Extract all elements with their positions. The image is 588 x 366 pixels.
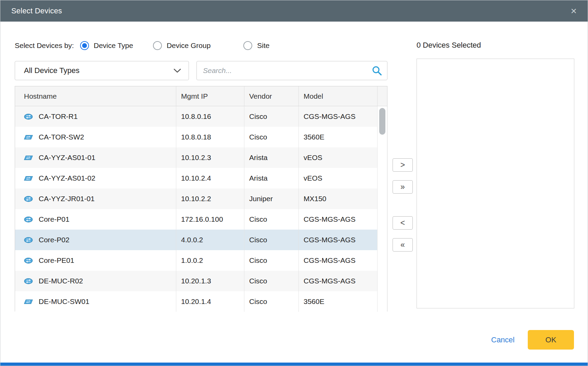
radio-label: Device Group bbox=[167, 41, 210, 50]
model-cell: vEOS bbox=[299, 168, 378, 188]
dialog-title: Select Devices bbox=[11, 7, 62, 15]
model-cell: CGS-MGS-AGS bbox=[299, 250, 378, 271]
model-cell: vEOS bbox=[299, 147, 378, 168]
radio-icon bbox=[80, 41, 89, 50]
move-all-right-button[interactable]: » bbox=[393, 180, 413, 194]
mgmt-ip-cell: 10.8.0.18 bbox=[176, 127, 244, 147]
radio-label: Device Type bbox=[94, 41, 133, 50]
radio-icon bbox=[153, 41, 162, 50]
radio-icon bbox=[243, 41, 252, 50]
mgmt-ip-cell: 10.10.2.4 bbox=[176, 168, 244, 188]
close-icon[interactable]: × bbox=[568, 0, 579, 22]
hostname-text: CA-TOR-R1 bbox=[39, 112, 78, 121]
ok-button[interactable]: OK bbox=[528, 330, 574, 350]
column-header-mgmt-ip: Mgmt IP bbox=[176, 86, 244, 106]
vendor-cell: Cisco bbox=[244, 209, 299, 230]
mgmt-ip-cell: 10.10.2.2 bbox=[176, 188, 244, 209]
select-devices-by-label: Select Devices by: bbox=[15, 41, 74, 50]
model-cell: 3560E bbox=[299, 127, 378, 147]
selected-devices-list bbox=[417, 59, 574, 308]
switch-icon bbox=[24, 299, 34, 304]
vendor-cell: Arista bbox=[244, 147, 299, 168]
mgmt-ip-cell: 10.20.1.4 bbox=[176, 291, 244, 312]
model-cell: MX150 bbox=[299, 188, 378, 209]
filter-row: Select Devices by: Device Type Device Gr… bbox=[15, 38, 270, 53]
table-scrollbar[interactable] bbox=[377, 106, 387, 311]
hostname-text: Core-P02 bbox=[39, 236, 69, 244]
table-row[interactable]: DE-MUC-SW01 10.20.1.4 Cisco 3560E bbox=[15, 291, 387, 312]
select-devices-dialog: Select Devices × Select Devices by: Devi… bbox=[0, 0, 588, 366]
hostname-text: DE-MUC-SW01 bbox=[39, 297, 89, 306]
hostname-cell: CA-YYZ-JR01-01 bbox=[15, 188, 176, 209]
radio-site[interactable]: Site bbox=[243, 41, 269, 50]
table-row[interactable]: CA-TOR-SW2 10.8.0.18 Cisco 3560E bbox=[15, 127, 387, 147]
router-icon bbox=[24, 237, 34, 243]
hostname-text: CA-YYZ-JR01-01 bbox=[39, 195, 94, 203]
hostname-cell: Core-P02 bbox=[15, 230, 176, 250]
table-row[interactable]: DE-MUC-R02 10.20.1.3 Cisco CGS-MGS-AGS bbox=[15, 271, 387, 291]
vendor-cell: Juniper bbox=[244, 188, 299, 209]
move-all-left-button[interactable]: « bbox=[393, 238, 413, 252]
model-cell: 3560E bbox=[299, 291, 378, 312]
chevron-down-icon bbox=[174, 69, 181, 73]
bottom-accent-bar bbox=[0, 363, 588, 366]
router-icon bbox=[24, 114, 34, 120]
switch-icon bbox=[24, 176, 34, 181]
model-cell: CGS-MGS-AGS bbox=[299, 106, 378, 127]
vendor-cell: Cisco bbox=[244, 271, 299, 291]
hostname-text: CA-YYZ-AS01-02 bbox=[39, 174, 95, 182]
search-input[interactable] bbox=[197, 61, 371, 80]
dialog-titlebar: Select Devices bbox=[0, 0, 588, 22]
hostname-cell: DE-MUC-R02 bbox=[15, 271, 176, 291]
device-type-select-value: All Device Types bbox=[24, 66, 79, 75]
vendor-cell: Cisco bbox=[244, 230, 299, 250]
scrollbar-thumb[interactable] bbox=[379, 108, 385, 135]
model-cell: CGS-MGS-AGS bbox=[299, 230, 378, 250]
move-right-button[interactable]: > bbox=[393, 158, 413, 172]
mgmt-ip-cell: 10.8.0.16 bbox=[176, 106, 244, 127]
table-row[interactable]: Core-P01 172.16.0.100 Cisco CGS-MGS-AGS bbox=[15, 209, 387, 230]
vendor-cell: Arista bbox=[244, 168, 299, 188]
hostname-cell: CA-TOR-SW2 bbox=[15, 127, 176, 147]
selected-count-label: 0 Devices Selected bbox=[417, 41, 481, 50]
device-table-header: Hostname Mgmt IP Vendor Model bbox=[15, 86, 387, 106]
search-icon[interactable] bbox=[371, 65, 382, 76]
mgmt-ip-cell: 10.20.1.3 bbox=[176, 271, 244, 291]
router-icon bbox=[24, 196, 34, 202]
mgmt-ip-cell: 1.0.0.2 bbox=[176, 250, 244, 271]
hostname-cell: CA-YYZ-AS01-01 bbox=[15, 147, 176, 168]
model-cell: CGS-MGS-AGS bbox=[299, 209, 378, 230]
hostname-text: CA-YYZ-AS01-01 bbox=[39, 154, 95, 162]
device-type-select[interactable]: All Device Types bbox=[15, 61, 189, 80]
mgmt-ip-cell: 10.10.2.3 bbox=[176, 147, 244, 168]
device-table: Hostname Mgmt IP Vendor Model bbox=[15, 86, 387, 312]
vendor-cell: Cisco bbox=[244, 127, 299, 147]
move-left-button[interactable]: < bbox=[393, 216, 413, 230]
column-header-vendor: Vendor bbox=[244, 86, 299, 106]
column-header-hostname: Hostname bbox=[15, 86, 176, 106]
radio-device-group[interactable]: Device Group bbox=[153, 41, 210, 50]
cancel-button[interactable]: Cancel bbox=[491, 336, 514, 344]
hostname-cell: CA-TOR-R1 bbox=[15, 106, 176, 127]
table-row[interactable]: Core-P02 4.0.0.2 Cisco CGS-MGS-AGS bbox=[15, 230, 387, 250]
mgmt-ip-cell: 4.0.0.2 bbox=[176, 230, 244, 250]
table-row[interactable]: CA-YYZ-AS01-01 10.10.2.3 Arista vEOS bbox=[15, 147, 387, 168]
hostname-text: Core-P01 bbox=[39, 215, 69, 223]
router-icon bbox=[24, 217, 34, 222]
radio-device-type[interactable]: Device Type bbox=[80, 41, 133, 50]
hostname-cell: Core-PE01 bbox=[15, 250, 176, 271]
table-row[interactable]: CA-YYZ-AS01-02 10.10.2.4 Arista vEOS bbox=[15, 168, 387, 188]
switch-icon bbox=[24, 135, 34, 140]
column-header-gutter bbox=[378, 86, 387, 106]
table-row[interactable]: Core-PE01 1.0.0.2 Cisco CGS-MGS-AGS bbox=[15, 250, 387, 271]
table-row[interactable]: CA-TOR-R1 10.8.0.16 Cisco CGS-MGS-AGS bbox=[15, 106, 387, 127]
device-table-body: CA-TOR-R1 10.8.0.16 Cisco CGS-MGS-AGS bbox=[15, 106, 387, 312]
search-box bbox=[196, 61, 387, 80]
vendor-cell: Cisco bbox=[244, 291, 299, 312]
column-header-model: Model bbox=[299, 86, 378, 106]
hostname-text: Core-PE01 bbox=[39, 256, 74, 265]
model-cell: CGS-MGS-AGS bbox=[299, 271, 378, 291]
table-row[interactable]: CA-YYZ-JR01-01 10.10.2.2 Juniper MX150 bbox=[15, 188, 387, 209]
vendor-cell: Cisco bbox=[244, 250, 299, 271]
mgmt-ip-cell: 172.16.0.100 bbox=[176, 209, 244, 230]
